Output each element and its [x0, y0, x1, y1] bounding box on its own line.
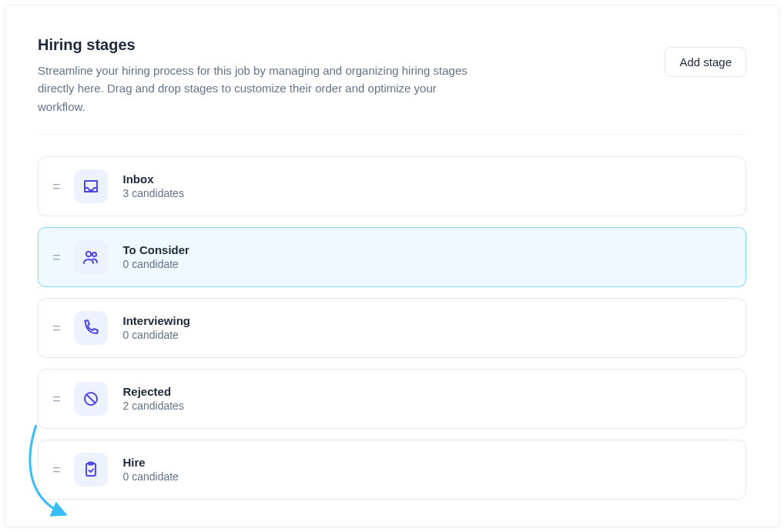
users-icon — [74, 240, 108, 274]
phone-icon — [74, 311, 108, 345]
stage-title: Inbox — [123, 172, 184, 186]
stage-card-inbox[interactable]: = Inbox 3 candidates — [38, 156, 746, 216]
header-row: Hiring stages Streamline your hiring pro… — [38, 36, 746, 115]
drag-handle-icon[interactable]: = — [52, 179, 59, 193]
stage-subtitle: 0 candidate — [123, 470, 179, 483]
stage-title: Hire — [123, 456, 179, 469]
clipboard-icon — [74, 453, 108, 487]
drag-handle-icon[interactable]: = — [52, 250, 59, 264]
stage-text: Interviewing 0 candidate — [123, 314, 191, 341]
stage-subtitle: 0 candidate — [123, 258, 189, 270]
page-title: Hiring stages — [38, 36, 469, 54]
stage-title: Rejected — [123, 385, 184, 398]
stage-text: Hire 0 candidate — [123, 456, 179, 483]
svg-line-3 — [86, 394, 95, 403]
stage-subtitle: 2 candidates — [123, 400, 184, 412]
stage-card-to-consider[interactable]: = To Consider 0 candidate — [38, 227, 746, 287]
stage-subtitle: 3 candidates — [123, 187, 184, 199]
add-stage-button[interactable]: Add stage — [665, 47, 746, 77]
drag-handle-icon[interactable]: = — [52, 463, 59, 477]
stage-text: Inbox 3 candidates — [123, 172, 184, 199]
drag-handle-icon[interactable]: = — [52, 392, 59, 406]
hiring-stages-panel: Hiring stages Streamline your hiring pro… — [5, 5, 779, 527]
stage-card-hire[interactable]: = Hire 0 candidate — [38, 440, 746, 500]
stage-list: = Inbox 3 candidates = To Consider 0 can… — [38, 156, 746, 500]
stage-title: To Consider — [123, 243, 189, 256]
ban-icon — [74, 382, 108, 416]
divider — [38, 134, 746, 135]
stage-card-rejected[interactable]: = Rejected 2 candidates — [38, 369, 746, 429]
stage-text: Rejected 2 candidates — [123, 385, 184, 412]
header-text: Hiring stages Streamline your hiring pro… — [38, 36, 469, 115]
svg-point-1 — [92, 253, 95, 256]
page-subtitle: Streamline your hiring process for this … — [38, 62, 469, 115]
stage-title: Interviewing — [123, 314, 191, 327]
stage-text: To Consider 0 candidate — [123, 243, 189, 270]
stage-subtitle: 0 candidate — [123, 329, 191, 341]
inbox-icon — [74, 169, 108, 203]
stage-card-interviewing[interactable]: = Interviewing 0 candidate — [38, 298, 746, 358]
drag-handle-icon[interactable]: = — [52, 321, 59, 335]
svg-point-0 — [85, 252, 90, 256]
